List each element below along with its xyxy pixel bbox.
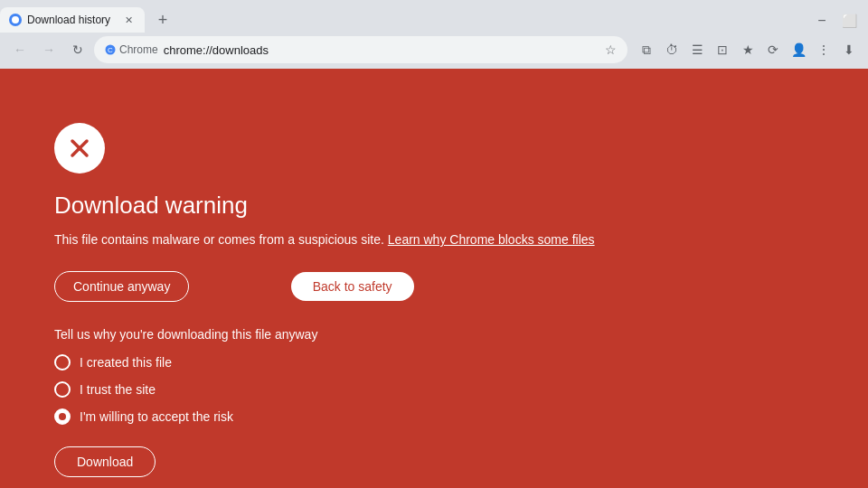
active-tab[interactable]: Download history ✕ bbox=[0, 7, 145, 33]
reading-list-icon[interactable]: ☰ bbox=[685, 38, 709, 61]
tab-bar: Download history ✕ + − ⬜ bbox=[0, 0, 868, 33]
back-button[interactable]: ← bbox=[7, 37, 33, 62]
svg-point-0 bbox=[12, 16, 19, 23]
radio-label-created: I created this file bbox=[80, 355, 172, 370]
reason-radio-group: I created this file I trust the site I'm… bbox=[54, 354, 233, 425]
url-bar[interactable]: C Chrome chrome://downloads ☆ bbox=[94, 36, 627, 63]
bookmarks-icon[interactable]: ★ bbox=[736, 38, 760, 61]
tell-us-label: Tell us why you're downloading this file… bbox=[54, 327, 317, 342]
bookmark-star-icon[interactable]: ☆ bbox=[605, 42, 617, 57]
download-button[interactable]: Download bbox=[54, 446, 156, 477]
profile-icon[interactable]: 👤 bbox=[787, 38, 810, 61]
sidebar-icon[interactable]: ⊡ bbox=[711, 38, 734, 61]
url-text: chrome://downloads bbox=[164, 43, 599, 57]
browser-chrome: Download history ✕ + − ⬜ ← → ↻ C Chrome … bbox=[0, 0, 868, 69]
warning-page: Download warning This file contains malw… bbox=[0, 69, 868, 488]
back-to-safety-button[interactable]: Back to safety bbox=[291, 272, 414, 301]
tab-close-button[interactable]: ✕ bbox=[121, 13, 136, 27]
maximize-button[interactable]: ⬜ bbox=[837, 9, 861, 33]
warning-icon bbox=[54, 123, 105, 174]
radio-label-trust: I trust the site bbox=[80, 382, 156, 397]
continue-anyway-button[interactable]: Continue anyway bbox=[54, 271, 189, 302]
radio-circle-created bbox=[54, 354, 71, 371]
learn-more-link[interactable]: Learn why Chrome blocks some files bbox=[388, 232, 595, 247]
refresh-button[interactable]: ↻ bbox=[65, 37, 90, 62]
warning-desc-text: This file contains malware or comes from… bbox=[54, 232, 384, 247]
download-icon[interactable]: ⬇ bbox=[837, 38, 861, 61]
tab-title: Download history bbox=[27, 14, 116, 26]
extensions-icon[interactable]: ⧉ bbox=[635, 38, 658, 61]
tab-favicon bbox=[9, 14, 22, 26]
forward-button[interactable]: → bbox=[36, 37, 61, 62]
refresh-page-icon[interactable]: ⟳ bbox=[761, 38, 785, 61]
toolbar-icons: ⧉ ⏱ ☰ ⊡ ★ ⟳ 👤 ⋮ ⬇ bbox=[635, 38, 861, 61]
history-icon[interactable]: ⏱ bbox=[660, 38, 684, 61]
url-secure-indicator: C Chrome bbox=[105, 43, 158, 56]
menu-icon[interactable]: ⋮ bbox=[812, 38, 835, 61]
radio-item-created[interactable]: I created this file bbox=[54, 354, 233, 371]
warning-card: Download warning This file contains malw… bbox=[54, 123, 595, 477]
window-controls: − ⬜ bbox=[803, 9, 868, 33]
minimize-button[interactable]: − bbox=[810, 9, 834, 33]
warning-description: This file contains malware or comes from… bbox=[54, 230, 595, 249]
new-tab-button[interactable]: + bbox=[148, 7, 177, 33]
radio-circle-risk bbox=[54, 408, 71, 425]
radio-circle-trust bbox=[54, 381, 71, 398]
url-prefix: Chrome bbox=[119, 43, 158, 56]
radio-item-risk[interactable]: I'm willing to accept the risk bbox=[54, 408, 233, 425]
svg-text:C: C bbox=[108, 46, 113, 54]
radio-label-risk: I'm willing to accept the risk bbox=[80, 409, 233, 424]
radio-item-trust[interactable]: I trust the site bbox=[54, 381, 233, 398]
address-bar: ← → ↻ C Chrome chrome://downloads ☆ ⧉ ⏱ … bbox=[0, 33, 868, 69]
warning-title: Download warning bbox=[54, 192, 248, 220]
primary-buttons: Continue anyway Back to safety bbox=[54, 271, 595, 302]
